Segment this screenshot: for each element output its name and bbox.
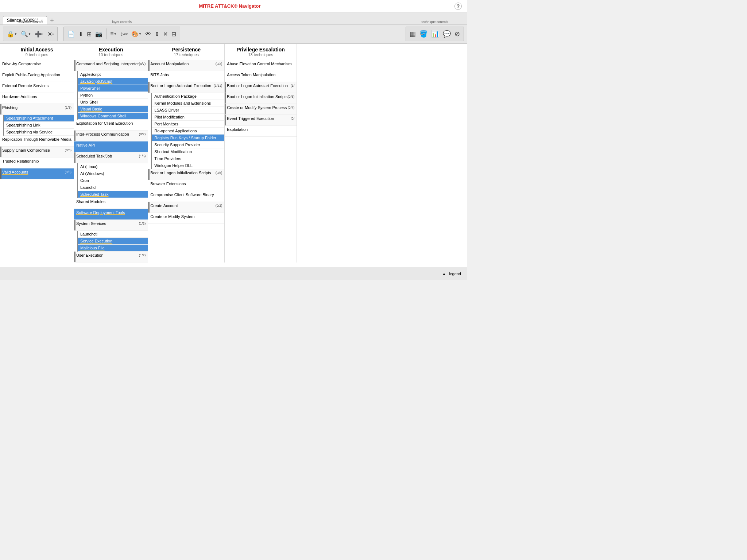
legend-label: legend — [449, 272, 461, 276]
technique-event-triggered[interactable]: Event Triggered Execution (0/ — [225, 115, 297, 126]
ipc-expand-bar — [74, 131, 76, 141]
subtechnique-registry-run-keys[interactable]: Registry Run Keys / Startup Folder — [152, 135, 224, 141]
subtechnique-python[interactable]: Python — [78, 92, 148, 99]
subtechnique-kernel-modules[interactable]: Kernel Modules and Extensions — [152, 100, 224, 107]
create-modify-expand-bar — [225, 104, 226, 114]
matrix-container: Initial Access 9 techniques Drive-by Com… — [0, 44, 467, 262]
download-button[interactable]: ⬇ — [77, 30, 85, 38]
mosaic-button[interactable]: ⊟ — [170, 30, 178, 38]
subtechnique-plist-mod[interactable]: Plist Modification — [152, 114, 224, 121]
technique-drive-by[interactable]: Drive-by Compromise — [0, 60, 74, 71]
add-tab-button[interactable]: + — [48, 17, 56, 24]
supply-chain-expand-bar — [0, 147, 1, 157]
technique-boot-logon-init[interactable]: Boot or Logon Initialization Scripts (0/… — [148, 169, 224, 180]
technique-boot-logon-autostart-pe[interactable]: Boot or Logon Autostart Execution (1/ — [225, 82, 297, 93]
tactic-name-execution: Execution — [76, 47, 146, 52]
subtechnique-spearphishing-link[interactable]: Spearphishing Link — [4, 122, 74, 129]
subtechnique-auth-package[interactable]: Authentication Package — [152, 93, 224, 100]
legend-expand-icon: ▲ — [442, 272, 446, 276]
collapse-button[interactable]: ✕ — [162, 30, 169, 38]
sort-button[interactable]: ↕A/Z — [119, 30, 129, 38]
subtechnique-at-windows[interactable]: At (Windows) — [78, 170, 148, 177]
subtechnique-malicious-file[interactable]: Malicious File — [78, 245, 148, 252]
technique-access-token[interactable]: Access Token Manipulation — [225, 71, 297, 82]
technique-supply-chain[interactable]: Supply Chain Compromise (0/3) — [0, 147, 74, 158]
technique-exploitation-pe[interactable]: Exploitation — [225, 126, 297, 137]
technique-phishing[interactable]: Phishing (1/3) — [0, 104, 74, 115]
technique-exploitation-client[interactable]: Exploitation for Client Execution — [74, 120, 148, 131]
subtechnique-visual-basic[interactable]: Visual Basic — [78, 106, 148, 113]
tactic-privilege-escalation: Privilege Escalation 13 techniques Abuse… — [225, 44, 297, 262]
technique-software-deployment[interactable]: Software Deployment Tools — [74, 209, 148, 220]
clear-selection-button[interactable]: ✕○ — [46, 30, 55, 38]
technique-bits-jobs[interactable]: BITS Jobs — [148, 71, 224, 82]
subtechnique-unix-shell[interactable]: Unix Shell — [78, 99, 148, 106]
technique-ipc[interactable]: Inter-Process Communication (0/2) — [74, 131, 148, 141]
technique-browser-extensions[interactable]: Browser Extensions — [148, 180, 224, 191]
valid-accounts-expand-bar — [0, 168, 1, 179]
technique-scheduled-task-job[interactable]: Scheduled Task/Job (1/5) — [74, 152, 148, 163]
subtechnique-shortcut-mod[interactable]: Shortcut Modification — [152, 148, 224, 155]
camera-button[interactable]: 📷 — [94, 30, 104, 38]
color-button[interactable]: 🎨▼ — [130, 30, 143, 38]
subtechnique-applescript[interactable]: AppleScript — [78, 71, 148, 78]
technique-system-services[interactable]: System Services (1/2) — [74, 220, 148, 231]
subtechnique-at-linux[interactable]: At (Linux) — [78, 163, 148, 170]
technique-abuse-elevation[interactable]: Abuse Elevation Control Mechanism — [225, 60, 297, 71]
technique-hatch-button[interactable]: ▦ — [408, 29, 417, 39]
add-selection-button[interactable]: ➕+ — [33, 30, 45, 38]
search-button[interactable]: 🔍▼ — [19, 30, 32, 38]
technique-disable-button[interactable]: ⊘ — [453, 29, 461, 39]
toolbar-sep-1 — [106, 28, 107, 39]
subtechnique-lsass-driver[interactable]: LSASS Driver — [152, 107, 224, 114]
technique-command-scripting[interactable]: Command and Scripting Interpreter (4/7) — [74, 60, 148, 71]
technique-replication-removable[interactable]: Replication Through Removable Media — [0, 136, 74, 147]
technique-valid-accounts[interactable]: Valid Accounts (0/3) — [0, 168, 74, 179]
legend-toggle[interactable]: ▲ legend — [442, 272, 461, 276]
subtechnique-winlogon-helper[interactable]: Winlogon Helper DLL — [152, 162, 224, 169]
technique-boot-logon-autostart[interactable]: Boot or Logon Autostart Execution (1/11) — [148, 82, 224, 93]
technique-create-account[interactable]: Create Account (0/2) — [148, 202, 224, 213]
grid-button[interactable]: ⊞ — [85, 30, 93, 38]
technique-create-modify-system[interactable]: Create or Modify System — [148, 213, 224, 224]
technique-external-remote[interactable]: External Remote Services — [0, 82, 74, 93]
tactic-execution: Execution 10 techniques Command and Scri… — [74, 44, 148, 262]
tactic-header-persistence: Persistence 17 techniques — [148, 44, 224, 60]
subtechnique-security-support[interactable]: Security Support Provider — [152, 141, 224, 148]
subtechnique-launchctl[interactable]: Launchctl — [78, 231, 148, 238]
technique-trusted-relationship[interactable]: Trusted Relationship — [0, 158, 74, 168]
subtechnique-windows-cmd[interactable]: Windows Command Shell — [78, 113, 148, 120]
technique-native-api[interactable]: Native API — [74, 141, 148, 152]
help-button[interactable]: ? — [454, 3, 462, 10]
filter-button[interactable]: ≡▼ — [109, 30, 118, 38]
technique-create-modify-system-process[interactable]: Create or Modify System Process (0/4) — [225, 104, 297, 115]
technique-compromise-client-software[interactable]: Compromise Client Software Binary — [148, 191, 224, 202]
technique-exploit-public[interactable]: Exploit Public-Facing Application — [0, 71, 74, 82]
technique-account-manipulation[interactable]: Account Manipulation (0/2) — [148, 60, 224, 71]
subtechnique-powershell[interactable]: PowerShell — [78, 85, 148, 92]
subtechnique-scheduled-task[interactable]: Scheduled Task — [78, 191, 148, 198]
account-manip-expand-bar — [148, 60, 150, 71]
technique-chart-button[interactable]: 📊 — [430, 29, 441, 39]
expand-button[interactable]: ⇕ — [153, 30, 161, 38]
technique-comment-button[interactable]: 💬 — [441, 29, 452, 39]
technique-boot-logon-init-pe[interactable]: Boot or Logon Initialization Scripts (0/… — [225, 93, 297, 104]
technique-user-execution[interactable]: User Execution (1/2) — [74, 252, 148, 262]
subtechnique-spearphishing-attachment[interactable]: Spearphishing Attachment — [4, 115, 74, 122]
subtechnique-cron[interactable]: Cron — [78, 177, 148, 184]
technique-hardware-additions[interactable]: Hardware Additions — [0, 93, 74, 104]
legend-bar: ▲ legend — [0, 267, 467, 280]
subtechnique-time-providers[interactable]: Time Providers — [152, 155, 224, 162]
new-layer-button[interactable]: 📄 — [66, 30, 76, 38]
subtechnique-reopened-apps[interactable]: Re-opened Applications — [152, 128, 224, 135]
lock-button[interactable]: 🔒▼ — [5, 30, 19, 38]
technique-fill-button[interactable]: 🪣 — [418, 29, 429, 39]
subtechnique-service-execution[interactable]: Service Execution — [78, 238, 148, 245]
subtechnique-javascript[interactable]: JavaScript/JScript — [78, 78, 148, 85]
eye-button[interactable]: 👁 — [144, 30, 152, 38]
subtechnique-spearphishing-service[interactable]: Spearphishing via Service — [4, 129, 74, 136]
subtechnique-port-monitors[interactable]: Port Monitors — [152, 121, 224, 128]
subtechnique-launchd[interactable]: Launchd — [78, 184, 148, 191]
scheduled-task-subtechniques: At (Linux) At (Windows) Cron Launchd Sch… — [77, 163, 148, 198]
technique-shared-modules[interactable]: Shared Modules — [74, 198, 148, 209]
